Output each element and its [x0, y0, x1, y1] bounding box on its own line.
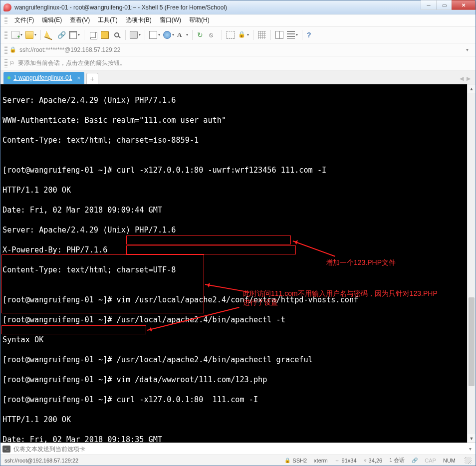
terminal-pane[interactable]: Server: Apache/2.4.29 (Unix) PHP/7.1.6 W…	[0, 84, 476, 443]
search-icon	[114, 32, 119, 37]
maximize-button[interactable]	[436, 0, 452, 10]
grip-icon[interactable]	[4, 46, 7, 54]
grip-icon[interactable]	[4, 17, 7, 24]
tab-active[interactable]: 1 wangruifenglinux-01 ×	[3, 72, 84, 84]
menu-file[interactable]: 文件(F)	[11, 15, 37, 25]
window-title: wangruifenglinux-01 - root@wangruifeng-0…	[14, 4, 421, 11]
new-doc-icon	[11, 31, 19, 39]
menu-help[interactable]: 帮助(H)	[186, 15, 213, 25]
open-session-button[interactable]	[24, 29, 37, 41]
compose-input[interactable]	[13, 446, 467, 453]
font-button[interactable]: A	[176, 29, 189, 41]
print-icon	[130, 31, 138, 39]
hint-bar: ⚐ 要添加当前会话，点击左侧的箭头按钮。	[0, 56, 476, 70]
separator	[192, 30, 193, 40]
stop-icon: ⦸	[209, 31, 217, 39]
grip-icon[interactable]	[4, 31, 7, 39]
layout-tiles-button[interactable]	[274, 29, 285, 41]
lock-icon: 🔒	[238, 31, 246, 39]
resize-grip-icon[interactable]	[465, 457, 472, 464]
chevron-down-icon[interactable]: ▾	[463, 47, 472, 52]
menu-tabs[interactable]: 选项卡(B)	[123, 15, 155, 25]
properties-button[interactable]	[68, 29, 81, 41]
new-tab-button[interactable]: +	[86, 73, 98, 84]
tab-close-icon[interactable]: ×	[77, 75, 80, 81]
cursor-icon: ⎀	[364, 458, 367, 463]
status-term: xterm	[314, 458, 328, 464]
properties-icon	[69, 31, 77, 39]
chevron-down-icon[interactable]: ▾	[467, 446, 474, 452]
grip-icon[interactable]	[4, 59, 7, 67]
lock-button[interactable]: 🔒	[237, 29, 250, 41]
reload-button[interactable]: ↻	[196, 29, 207, 41]
address-text[interactable]: ssh://root:********@192.168.57.129:22	[19, 46, 463, 53]
fullscreen-icon	[227, 31, 235, 39]
tab-next-icon[interactable]: ▶	[467, 75, 471, 82]
arrow-icon	[149, 31, 157, 39]
status-cursor: ⎀34,26	[364, 458, 383, 464]
status-ssh: 🔒SSH2	[284, 458, 307, 464]
terminal-line: Server: Apache/2.4.29 (Unix) PHP/7.1.6	[2, 95, 467, 105]
lock-icon: 🔒	[284, 458, 290, 463]
copy-button[interactable]	[87, 29, 98, 41]
layout-grid-button[interactable]	[256, 29, 267, 41]
layout-list-button[interactable]	[286, 29, 299, 41]
tiles-icon	[275, 31, 283, 39]
menu-view[interactable]: 查看(V)	[67, 15, 93, 25]
minimize-button[interactable]	[421, 0, 437, 10]
scroll-down-icon[interactable]: ▼	[468, 434, 476, 443]
encoding-button[interactable]	[148, 29, 161, 41]
print-button[interactable]	[129, 29, 142, 41]
titlebar[interactable]: wangruifenglinux-01 - root@wangruifeng-0…	[0, 0, 476, 14]
separator	[270, 30, 271, 40]
menu-window[interactable]: 窗口(W)	[157, 15, 184, 25]
terminal-line: Content-Type: text/html; charset=iso-885…	[2, 135, 467, 145]
status-sessions: 1 会话	[389, 457, 405, 464]
close-button[interactable]	[452, 0, 476, 10]
help-icon: ?	[307, 31, 315, 39]
globe-icon	[163, 31, 171, 39]
separator	[222, 30, 222, 40]
help-button[interactable]: ?	[305, 29, 316, 41]
wand-icon	[44, 29, 55, 40]
terminal-line: Date: Fri, 02 Mar 2018 09:18:35 GMT	[2, 435, 467, 443]
fullscreen-button[interactable]	[225, 29, 236, 41]
address-bar[interactable]: 🔒 ssh://root:********@192.168.57.129:22 …	[0, 43, 476, 56]
terminal-line: Server: Apache/2.4.29 (Unix) PHP/7.1.6	[2, 225, 467, 235]
lock-icon: 🔒	[9, 46, 16, 53]
bookmark-add-icon[interactable]: ⚐	[9, 60, 15, 67]
menu-edit[interactable]: 编辑(E)	[39, 15, 65, 25]
reload-icon: ↻	[197, 31, 205, 39]
menu-tools[interactable]: 工具(T)	[95, 15, 120, 25]
new-session-button[interactable]	[10, 29, 23, 41]
toolbar: 🔗 A ↻ ⦸ 🔒 ?	[0, 26, 476, 43]
terminal-line: [root@wangruifeng-01 ~]# /usr/local/apac…	[2, 355, 467, 365]
font-icon: A	[177, 31, 185, 39]
copy-icon	[90, 32, 96, 38]
link-icon: 🔗	[412, 458, 418, 463]
language-button[interactable]	[162, 29, 175, 41]
scroll-track[interactable]	[468, 93, 476, 434]
tab-strip: 1 wangruifenglinux-01 × + ◀ ▶	[0, 70, 476, 84]
separator	[125, 30, 126, 40]
scrollbar[interactable]: ▲ ▼	[467, 84, 476, 443]
status-connection: ssh://root@192.168.57.129:22	[4, 458, 277, 464]
list-icon	[287, 31, 295, 39]
resize-icon: ↔	[335, 458, 340, 463]
compose-bar[interactable]: >_ ▾	[0, 443, 476, 455]
highlight-button[interactable]	[44, 29, 55, 41]
find-button[interactable]	[111, 29, 122, 41]
terminal-line: [root@wangruifeng-01 ~]# curl -x127.0.0.…	[2, 395, 467, 405]
separator	[40, 30, 41, 40]
status-num: NUM	[443, 458, 456, 464]
scroll-up-icon[interactable]: ▲	[468, 84, 476, 93]
terminal-line: WWW-Authenticate: Basic realm="111.com u…	[2, 115, 467, 125]
reconnect-button[interactable]: 🔗	[56, 29, 67, 41]
stop-button[interactable]: ⦸	[208, 29, 219, 41]
scroll-thumb[interactable]	[469, 297, 475, 386]
status-size: ↔91x34	[335, 458, 357, 464]
paste-icon	[101, 31, 109, 39]
separator	[253, 30, 253, 40]
tab-prev-icon[interactable]: ◀	[460, 75, 464, 82]
paste-button[interactable]	[99, 29, 110, 41]
